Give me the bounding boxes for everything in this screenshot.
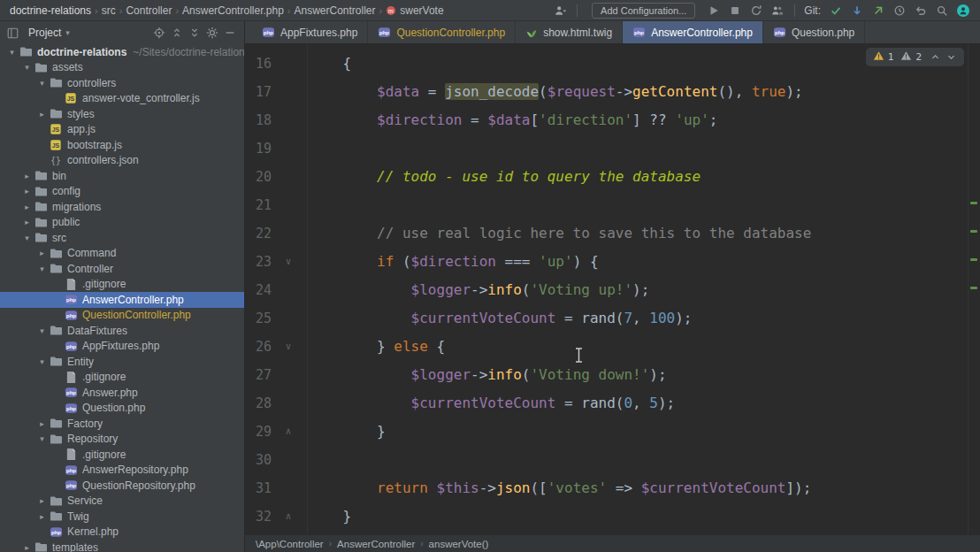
breadcrumb-item-answercontroller-php[interactable]: AnswerController.php: [180, 4, 287, 17]
breadcrumb-item-app-controller[interactable]: \App\Controller: [256, 539, 324, 549]
tree-item-bootstrap-js[interactable]: JSbootstrap.js: [0, 137, 244, 153]
code-text[interactable]: if ($direction === 'up') {: [305, 248, 599, 276]
chevron-right-icon[interactable]: ▸: [35, 249, 49, 257]
locate-icon[interactable]: [150, 24, 168, 42]
tree-item-answercontroller-php[interactable]: phpAnswerController.php: [0, 292, 244, 308]
code-line[interactable]: 22 // use real logic here to save this t…: [245, 219, 980, 248]
code-line[interactable]: 27 $logger->info('Voting down!');: [245, 361, 980, 389]
expand-all-icon[interactable]: [186, 24, 203, 42]
chevron-right-icon[interactable]: ▸: [20, 172, 34, 180]
next-issue-icon[interactable]: [945, 52, 957, 62]
code-text[interactable]: $direction = $data['direction'] ?? 'up';: [305, 106, 717, 134]
line-number[interactable]: 31: [245, 474, 272, 502]
tab-appfixtures-php[interactable]: phpAppFixtures.php: [252, 21, 368, 43]
chevron-down-icon[interactable]: ▾: [35, 357, 49, 366]
chevron-right-icon[interactable]: ▸: [35, 419, 49, 428]
weak-warning-icon[interactable]: [900, 50, 912, 64]
line-number[interactable]: 27: [245, 361, 272, 389]
code-editor[interactable]: 16 {17 $data = json_decode($request->get…: [245, 44, 980, 534]
users-icon[interactable]: [768, 2, 787, 19]
tree-item-command[interactable]: ▸Command: [0, 246, 244, 262]
tab-show-html-twig[interactable]: show.html.twig: [516, 21, 623, 43]
tree-item-answer-php[interactable]: phpAnswer.php: [0, 385, 244, 401]
tree-item-assets[interactable]: ▾assets: [0, 60, 244, 76]
line-number[interactable]: 25: [245, 304, 272, 333]
fold-marker-icon[interactable]: ∧: [272, 418, 305, 446]
code-line[interactable]: 18 $direction = $data['direction'] ?? 'u…: [245, 106, 980, 134]
tree-item-controllers[interactable]: ▾controllers: [0, 75, 244, 91]
tree-item-controller[interactable]: ▾Controller: [0, 261, 244, 277]
chevron-down-icon[interactable]: ▾: [20, 63, 34, 72]
chevron-down-icon[interactable]: ▾: [35, 79, 49, 88]
history-icon[interactable]: [890, 2, 909, 19]
code-text[interactable]: }: [305, 502, 351, 531]
code-line[interactable]: 24 $logger->info('Voting up!');: [245, 276, 980, 304]
code-text[interactable]: // use real logic here to save this to t…: [305, 219, 811, 248]
tree-item-question-php[interactable]: phpQuestion.php: [0, 401, 244, 417]
tree-item-twig[interactable]: ▸Twig: [0, 509, 244, 525]
tree-item-questioncontroller-php[interactable]: phpQuestionController.php: [0, 308, 244, 324]
tree-item-templates[interactable]: ▸templates: [0, 540, 244, 552]
code-line[interactable]: 32∧ }: [245, 502, 980, 531]
breadcrumb-item-answercontroller[interactable]: AnswerController: [337, 539, 415, 549]
run-icon[interactable]: [704, 2, 724, 19]
tree-item-controllers-json[interactable]: {}controllers.json: [0, 153, 244, 169]
chevron-down-icon[interactable]: ▾: [20, 234, 34, 242]
line-number[interactable]: 29: [245, 418, 272, 446]
tree-item-answerrepository-php[interactable]: phpAnswerRepository.php: [0, 463, 244, 479]
stripe-mark[interactable]: [970, 202, 977, 204]
search-icon[interactable]: [932, 2, 952, 19]
tree-item-entity[interactable]: ▾Entity: [0, 354, 244, 370]
tree-item-src[interactable]: ▾src: [0, 230, 244, 246]
tab-answercontroller-php[interactable]: phpAnswerController.php: [623, 21, 763, 43]
tree-item-datafixtures[interactable]: ▾DataFixtures: [0, 323, 244, 339]
line-number[interactable]: 28: [245, 389, 272, 418]
prev-issue-icon[interactable]: [929, 52, 941, 62]
tree-item-styles[interactable]: ▸styles: [0, 106, 244, 122]
collapse-all-icon[interactable]: [168, 24, 186, 42]
line-number[interactable]: 24: [245, 276, 272, 304]
hide-icon[interactable]: [221, 24, 239, 42]
chevron-down-icon[interactable]: ▾: [5, 48, 19, 57]
stripe-mark[interactable]: [970, 230, 977, 233]
code-text[interactable]: return $this->json(['votes' => $currentV…: [305, 474, 811, 502]
line-number[interactable]: 32: [245, 502, 272, 531]
breadcrumb-item-src[interactable]: src: [99, 4, 119, 17]
breadcrumb-item-controller[interactable]: Controller: [123, 4, 174, 17]
stop-icon[interactable]: [725, 2, 745, 19]
push-icon[interactable]: [869, 2, 888, 19]
rollback-icon[interactable]: [911, 2, 930, 19]
code-text[interactable]: // todo - use id to query the database: [305, 163, 701, 191]
code-line[interactable]: 25 $currentVoteCount = rand(7, 100);: [245, 304, 980, 333]
commit-check-icon[interactable]: [826, 2, 846, 19]
chevron-down-icon[interactable]: ▾: [65, 28, 70, 37]
chevron-right-icon[interactable]: ▸: [35, 110, 49, 119]
stripe-mark[interactable]: [970, 287, 977, 289]
chevron-right-icon[interactable]: ▸: [20, 218, 34, 226]
code-text[interactable]: $logger->info('Voting down!');: [305, 361, 667, 389]
restart-icon[interactable]: [746, 2, 766, 19]
chevron-down-icon[interactable]: ▾: [35, 326, 49, 335]
chevron-right-icon[interactable]: ▸: [35, 496, 49, 505]
code-line[interactable]: 29∧ }: [245, 418, 980, 446]
tab-question-php[interactable]: phpQuestion.php: [763, 21, 865, 43]
tree-item-repository[interactable]: ▾Repository: [0, 432, 244, 448]
line-number[interactable]: 23: [245, 248, 272, 276]
line-number[interactable]: 20: [245, 163, 272, 191]
code-line[interactable]: 17 $data = json_decode($request->getCont…: [245, 78, 980, 106]
breadcrumb-item-doctrine-relations[interactable]: doctrine-relations: [7, 4, 94, 17]
tree-item-gitignore[interactable]: .gitignore: [0, 370, 244, 386]
line-number[interactable]: 17: [245, 78, 272, 106]
code-line[interactable]: 28 $currentVoteCount = rand(0, 5);: [245, 389, 980, 418]
code-text[interactable]: $currentVoteCount = rand(7, 100);: [305, 304, 693, 333]
line-number[interactable]: 18: [245, 106, 272, 134]
chevron-down-icon[interactable]: ▾: [35, 434, 49, 443]
fold-marker-icon[interactable]: ∨: [272, 248, 305, 276]
code-text[interactable]: $data = json_decode($request->getContent…: [305, 78, 803, 106]
code-text[interactable]: {: [305, 50, 351, 78]
tree-item-config[interactable]: ▸config: [0, 184, 244, 200]
tree-item-answer-vote-controller-js[interactable]: JSanswer-vote_controller.js: [0, 91, 244, 107]
code-line[interactable]: 21: [245, 191, 980, 219]
breadcrumb-item-answervote[interactable]: answerVote(): [429, 539, 489, 549]
tree-item-questionrepository-php[interactable]: phpQuestionRepository.php: [0, 478, 244, 494]
